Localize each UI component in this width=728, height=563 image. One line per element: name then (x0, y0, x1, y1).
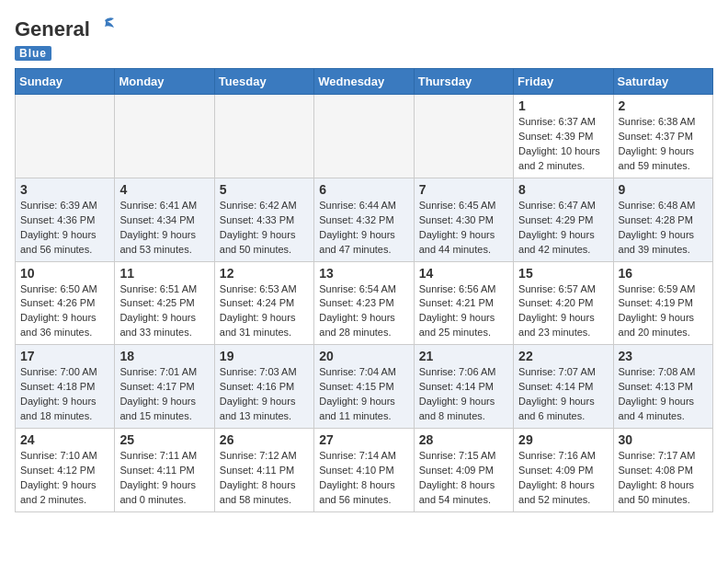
logo: General Blue (15, 15, 118, 61)
day-info: Sunrise: 6:37 AMSunset: 4:39 PMDaylight:… (518, 115, 608, 174)
day-number: 16 (619, 266, 708, 281)
calendar-cell (115, 95, 214, 178)
calendar-cell: 15Sunrise: 6:57 AMSunset: 4:20 PMDayligh… (514, 261, 613, 345)
day-number: 8 (518, 182, 608, 197)
day-info: Sunrise: 7:08 AMSunset: 4:13 PMDaylight:… (619, 365, 708, 424)
calendar-cell: 26Sunrise: 7:12 AMSunset: 4:11 PMDayligh… (214, 429, 313, 512)
calendar-cell: 27Sunrise: 7:14 AMSunset: 4:10 PMDayligh… (314, 429, 414, 512)
calendar-cell: 24Sunrise: 7:10 AMSunset: 4:12 PMDayligh… (16, 429, 115, 512)
logo-general-text: General (15, 17, 90, 41)
day-info: Sunrise: 6:38 AMSunset: 4:37 PMDaylight:… (619, 115, 708, 174)
day-info: Sunrise: 7:16 AMSunset: 4:09 PMDaylight:… (518, 449, 608, 508)
day-number: 11 (119, 266, 209, 281)
day-info: Sunrise: 7:04 AMSunset: 4:15 PMDaylight:… (319, 365, 408, 424)
day-number: 18 (119, 349, 209, 363)
calendar-cell: 16Sunrise: 6:59 AMSunset: 4:19 PMDayligh… (613, 261, 712, 345)
day-info: Sunrise: 7:15 AMSunset: 4:09 PMDaylight:… (419, 449, 508, 508)
calendar-cell (414, 95, 513, 178)
day-number: 12 (220, 266, 309, 281)
logo-bird-icon (92, 15, 118, 40)
calendar-header-row: SundayMondayTuesdayWednesdayThursdayFrid… (16, 69, 713, 95)
calendar-cell: 22Sunrise: 7:07 AMSunset: 4:14 PMDayligh… (514, 345, 613, 429)
calendar-cell: 7Sunrise: 6:45 AMSunset: 4:30 PMDaylight… (414, 178, 513, 261)
calendar-cell: 19Sunrise: 7:03 AMSunset: 4:16 PMDayligh… (214, 345, 313, 429)
day-info: Sunrise: 7:07 AMSunset: 4:14 PMDaylight:… (518, 365, 608, 424)
calendar-table: SundayMondayTuesdayWednesdayThursdayFrid… (15, 68, 713, 512)
day-info: Sunrise: 6:56 AMSunset: 4:21 PMDaylight:… (419, 282, 508, 341)
day-info: Sunrise: 7:00 AMSunset: 4:18 PMDaylight:… (20, 365, 109, 424)
day-number: 26 (220, 432, 309, 447)
calendar-cell: 9Sunrise: 6:48 AMSunset: 4:28 PMDaylight… (613, 178, 712, 261)
calendar-cell (214, 95, 313, 178)
day-number: 9 (619, 182, 708, 197)
calendar-week-row: 3Sunrise: 6:39 AMSunset: 4:36 PMDaylight… (16, 178, 713, 261)
calendar-cell: 2Sunrise: 6:38 AMSunset: 4:37 PMDaylight… (613, 95, 712, 178)
calendar-cell: 18Sunrise: 7:01 AMSunset: 4:17 PMDayligh… (115, 345, 214, 429)
day-number: 23 (619, 349, 708, 363)
day-info: Sunrise: 7:01 AMSunset: 4:17 PMDaylight:… (119, 365, 209, 424)
calendar-cell: 28Sunrise: 7:15 AMSunset: 4:09 PMDayligh… (414, 429, 513, 512)
day-info: Sunrise: 6:57 AMSunset: 4:20 PMDaylight:… (518, 282, 608, 341)
day-info: Sunrise: 6:45 AMSunset: 4:30 PMDaylight:… (419, 199, 508, 258)
calendar-cell: 1Sunrise: 6:37 AMSunset: 4:39 PMDaylight… (514, 95, 613, 178)
day-info: Sunrise: 7:10 AMSunset: 4:12 PMDaylight:… (20, 449, 109, 508)
column-header-friday: Friday (514, 69, 613, 95)
calendar-cell: 8Sunrise: 6:47 AMSunset: 4:29 PMDaylight… (514, 178, 613, 261)
day-number: 20 (319, 349, 408, 363)
day-info: Sunrise: 6:42 AMSunset: 4:33 PMDaylight:… (220, 199, 309, 258)
day-info: Sunrise: 7:12 AMSunset: 4:11 PMDaylight:… (220, 449, 309, 508)
day-info: Sunrise: 6:53 AMSunset: 4:24 PMDaylight:… (220, 282, 309, 341)
day-number: 14 (419, 266, 508, 281)
calendar-week-row: 10Sunrise: 6:50 AMSunset: 4:26 PMDayligh… (16, 261, 713, 345)
day-number: 2 (619, 98, 708, 113)
column-header-tuesday: Tuesday (214, 69, 313, 95)
calendar-week-row: 24Sunrise: 7:10 AMSunset: 4:12 PMDayligh… (16, 429, 713, 512)
day-number: 5 (220, 182, 309, 197)
day-number: 21 (419, 349, 508, 363)
day-number: 28 (419, 432, 508, 447)
day-number: 1 (518, 98, 608, 113)
page-header: General Blue (15, 15, 713, 61)
calendar-cell (16, 95, 115, 178)
calendar-cell: 12Sunrise: 6:53 AMSunset: 4:24 PMDayligh… (214, 261, 313, 345)
calendar-week-row: 1Sunrise: 6:37 AMSunset: 4:39 PMDaylight… (16, 95, 713, 178)
day-info: Sunrise: 6:44 AMSunset: 4:32 PMDaylight:… (319, 199, 408, 258)
calendar-cell: 11Sunrise: 6:51 AMSunset: 4:25 PMDayligh… (115, 261, 214, 345)
day-info: Sunrise: 7:06 AMSunset: 4:14 PMDaylight:… (419, 365, 508, 424)
logo-blue-badge: Blue (15, 46, 51, 61)
day-number: 30 (619, 432, 708, 447)
column-header-sunday: Sunday (16, 69, 115, 95)
column-header-saturday: Saturday (613, 69, 712, 95)
calendar-cell: 6Sunrise: 6:44 AMSunset: 4:32 PMDaylight… (314, 178, 414, 261)
day-number: 17 (20, 349, 109, 363)
day-number: 27 (319, 432, 408, 447)
day-info: Sunrise: 6:51 AMSunset: 4:25 PMDaylight:… (119, 282, 209, 341)
day-info: Sunrise: 6:39 AMSunset: 4:36 PMDaylight:… (20, 199, 109, 258)
day-info: Sunrise: 7:14 AMSunset: 4:10 PMDaylight:… (319, 449, 408, 508)
day-number: 19 (220, 349, 309, 363)
calendar-cell: 29Sunrise: 7:16 AMSunset: 4:09 PMDayligh… (514, 429, 613, 512)
calendar-cell: 25Sunrise: 7:11 AMSunset: 4:11 PMDayligh… (115, 429, 214, 512)
day-number: 6 (319, 182, 408, 197)
day-number: 3 (20, 182, 109, 197)
calendar-cell: 4Sunrise: 6:41 AMSunset: 4:34 PMDaylight… (115, 178, 214, 261)
day-number: 25 (119, 432, 209, 447)
column-header-wednesday: Wednesday (314, 69, 414, 95)
day-info: Sunrise: 6:54 AMSunset: 4:23 PMDaylight:… (319, 282, 408, 341)
calendar-cell: 13Sunrise: 6:54 AMSunset: 4:23 PMDayligh… (314, 261, 414, 345)
day-info: Sunrise: 6:48 AMSunset: 4:28 PMDaylight:… (619, 199, 708, 258)
calendar-cell: 3Sunrise: 6:39 AMSunset: 4:36 PMDaylight… (16, 178, 115, 261)
day-number: 10 (20, 266, 109, 281)
day-number: 7 (419, 182, 508, 197)
calendar-cell (314, 95, 414, 178)
day-info: Sunrise: 6:50 AMSunset: 4:26 PMDaylight:… (20, 282, 109, 341)
calendar-cell: 30Sunrise: 7:17 AMSunset: 4:08 PMDayligh… (613, 429, 712, 512)
day-number: 22 (518, 349, 608, 363)
calendar-cell: 14Sunrise: 6:56 AMSunset: 4:21 PMDayligh… (414, 261, 513, 345)
calendar-cell: 21Sunrise: 7:06 AMSunset: 4:14 PMDayligh… (414, 345, 513, 429)
calendar-week-row: 17Sunrise: 7:00 AMSunset: 4:18 PMDayligh… (16, 345, 713, 429)
day-info: Sunrise: 6:59 AMSunset: 4:19 PMDaylight:… (619, 282, 708, 341)
calendar-cell: 10Sunrise: 6:50 AMSunset: 4:26 PMDayligh… (16, 261, 115, 345)
day-info: Sunrise: 7:11 AMSunset: 4:11 PMDaylight:… (119, 449, 209, 508)
calendar-cell: 20Sunrise: 7:04 AMSunset: 4:15 PMDayligh… (314, 345, 414, 429)
